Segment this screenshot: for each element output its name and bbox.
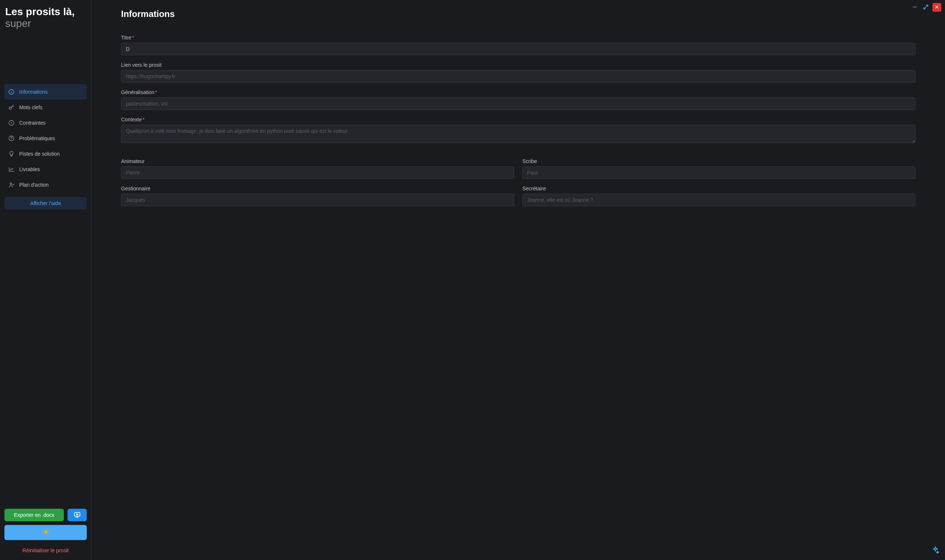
sidebar: Les prosits là, super Informations Mots … xyxy=(0,0,91,560)
animateur-input[interactable] xyxy=(121,166,514,179)
svg-point-13 xyxy=(10,183,12,185)
sidebar-item-label: Problématiques xyxy=(19,135,55,141)
animateur-label: Animateur xyxy=(121,158,514,164)
svg-point-18 xyxy=(44,531,47,534)
sidebar-bottom: Exporter en .docx Réinitialiser le prosi… xyxy=(5,509,87,555)
export-docx-button[interactable]: Exporter en .docx xyxy=(5,509,64,521)
svg-line-21 xyxy=(43,530,44,530)
help-button[interactable]: Afficher l'aide xyxy=(5,197,87,209)
sidebar-item-pistes-solution[interactable]: Pistes de solution xyxy=(5,146,87,162)
bulb-icon xyxy=(8,151,15,157)
chart-icon xyxy=(8,166,15,173)
generalisation-input[interactable] xyxy=(121,97,916,110)
sidebar-item-label: Pistes de solution xyxy=(19,151,60,157)
presentation-icon xyxy=(74,511,81,519)
gestionnaire-label: Gestionnaire xyxy=(121,186,514,191)
minimize-icon xyxy=(912,4,918,11)
sidebar-item-label: Contraintes xyxy=(19,120,46,126)
titre-label: Titre* xyxy=(121,35,916,41)
sidebar-item-label: Mots clefs xyxy=(19,105,42,110)
sidebar-item-label: Livrables xyxy=(19,166,40,172)
secretaire-input[interactable] xyxy=(522,194,916,206)
present-button[interactable] xyxy=(68,509,87,521)
question-icon xyxy=(8,135,15,142)
sidebar-item-label: Plan d'action xyxy=(19,182,49,188)
svg-line-22 xyxy=(47,534,48,534)
sparkle-button[interactable] xyxy=(930,545,940,555)
brand-subtitle: super xyxy=(5,18,86,29)
svg-marker-15 xyxy=(76,514,78,515)
minimize-button[interactable] xyxy=(910,3,919,12)
lien-label: Lien vers le prosit xyxy=(121,62,916,68)
titre-input[interactable] xyxy=(121,43,916,55)
scribe-input[interactable] xyxy=(522,166,916,179)
sidebar-item-livrables[interactable]: Livrables xyxy=(5,162,87,177)
key-icon xyxy=(8,104,15,111)
close-icon xyxy=(934,5,939,11)
titlebar xyxy=(910,3,941,12)
alert-icon xyxy=(8,120,15,126)
sidebar-item-label: Informations xyxy=(19,89,48,95)
brand: Les prosits là, super xyxy=(5,5,87,32)
reset-button[interactable]: Réinitialiser le prosit xyxy=(5,544,87,555)
maximize-icon xyxy=(923,4,929,11)
info-icon xyxy=(8,89,15,95)
lien-input[interactable] xyxy=(121,70,916,83)
main: Informations Titre* Lien vers le prosit … xyxy=(91,0,945,560)
sidebar-item-plan-action[interactable]: Plan d'action xyxy=(5,177,87,192)
theme-toggle-button[interactable] xyxy=(5,525,87,540)
generalisation-label: Généralisation* xyxy=(121,89,916,95)
close-button[interactable] xyxy=(933,3,941,12)
sidebar-item-mots-clefs[interactable]: Mots clefs xyxy=(5,100,87,115)
svg-line-25 xyxy=(43,534,44,534)
page-title: Informations xyxy=(121,9,916,19)
secretaire-label: Secrétaire xyxy=(522,186,916,191)
gestionnaire-input[interactable] xyxy=(121,194,514,206)
maximize-button[interactable] xyxy=(921,3,930,12)
user-check-icon xyxy=(8,182,15,188)
sidebar-item-contraintes[interactable]: Contraintes xyxy=(5,115,87,131)
sidebar-item-informations[interactable]: Informations xyxy=(5,84,87,100)
svg-line-26 xyxy=(47,530,48,530)
svg-line-5 xyxy=(12,106,13,107)
contexte-label: Contexte* xyxy=(121,117,916,123)
sun-icon xyxy=(42,528,49,537)
sparkle-icon xyxy=(931,546,940,555)
contexte-input[interactable] xyxy=(121,125,916,143)
nav: Informations Mots clefs Contraintes Prob… xyxy=(5,84,87,209)
sidebar-item-problematiques[interactable]: Problématiques xyxy=(5,131,87,146)
brand-title: Les prosits là, xyxy=(5,6,86,18)
scribe-label: Scribe xyxy=(522,158,916,164)
